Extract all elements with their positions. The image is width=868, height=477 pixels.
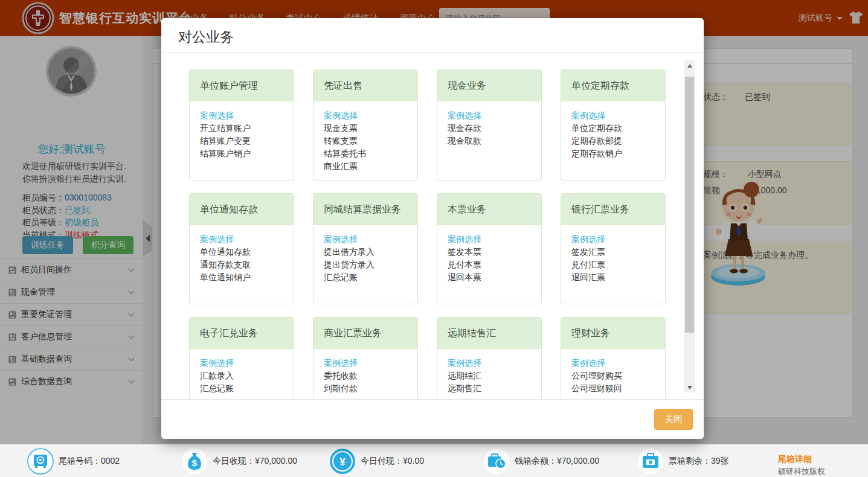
business-item-link[interactable]: 退回本票 bbox=[448, 271, 531, 284]
copyright-text: 硕研科技版权 bbox=[778, 466, 825, 477]
business-card-title: 凭证出售 bbox=[313, 70, 417, 101]
business-item-link[interactable]: 远期结汇 bbox=[448, 370, 531, 382]
stat-label: 今日付现：¥0.00 bbox=[361, 456, 424, 467]
business-card-title: 银行汇票业务 bbox=[561, 194, 665, 225]
business-card: 远期结售汇 案例选择 远期结汇远期售汇 bbox=[437, 317, 542, 399]
scroll-up-arrow[interactable] bbox=[685, 61, 694, 70]
business-item-link[interactable]: 委托收款 bbox=[324, 370, 407, 382]
modal-scrollbar[interactable] bbox=[684, 60, 695, 392]
case-select-link[interactable]: 案例选择 bbox=[324, 357, 407, 370]
close-button[interactable]: 关闭 bbox=[654, 409, 693, 430]
case-select-link[interactable]: 案例选择 bbox=[324, 233, 407, 246]
case-select-link[interactable]: 案例选择 bbox=[324, 109, 407, 122]
cash-box-stat: 钱箱余额：¥70,000.00 bbox=[483, 444, 599, 477]
business-item-link[interactable]: 单位通知销户 bbox=[200, 271, 283, 284]
modal-body: 单位账户管理 案例选择 开立结算账户结算账户变更结算账户销户 凭证出售 案例选择 bbox=[161, 53, 704, 399]
case-select-link[interactable]: 案例选择 bbox=[200, 109, 283, 122]
business-item-link[interactable]: 签发本票 bbox=[448, 246, 531, 258]
business-card-title: 现金业务 bbox=[437, 70, 541, 101]
business-card-title: 理财业务 bbox=[561, 318, 665, 349]
business-item-link[interactable]: 现金取款 bbox=[448, 135, 531, 147]
corporate-business-modal: 对公业务 单位账户管理 案例选择 开立结算账户结算账户变更结算账户销户 凭证出售 bbox=[161, 18, 704, 439]
business-item-link[interactable]: 提出借方录入 bbox=[324, 246, 407, 258]
business-item-link[interactable]: 公司理财购买 bbox=[571, 370, 655, 382]
stat-label: 钱箱余额：¥70,000.00 bbox=[515, 456, 599, 467]
business-card-title: 单位定期存款 bbox=[561, 70, 665, 101]
business-item-link[interactable]: 单位定期存款 bbox=[571, 122, 655, 135]
business-card-title: 电子汇兑业务 bbox=[190, 318, 294, 349]
business-item-link[interactable]: 商业汇票 bbox=[324, 160, 407, 173]
case-select-link[interactable]: 案例选择 bbox=[448, 357, 531, 370]
business-item-link[interactable]: 转账支票 bbox=[324, 135, 407, 147]
modal-footer: 关闭 bbox=[161, 399, 704, 438]
business-card: 商业汇票业务 案例选择 委托收款到期付款 bbox=[313, 317, 418, 399]
scrollbar-thumb[interactable] bbox=[685, 77, 694, 333]
business-item-link[interactable]: 提出贷方录入 bbox=[324, 258, 407, 271]
business-card-grid: 单位账户管理 案例选择 开立结算账户结算账户变更结算账户销户 凭证出售 案例选择 bbox=[189, 69, 666, 399]
business-item-link[interactable]: 公司理财赎回 bbox=[571, 382, 655, 395]
business-item-link[interactable]: 汇总记账 bbox=[324, 271, 407, 284]
tail-box-stat: 尾箱号码：0002 bbox=[27, 444, 120, 477]
business-card-title: 单位通知存款 bbox=[190, 194, 294, 225]
business-item-link[interactable]: 定期存款部提 bbox=[571, 135, 655, 147]
cash-in-stat: $ 今日收现：¥70,000.00 bbox=[181, 444, 297, 477]
business-card-title: 本票业务 bbox=[437, 194, 541, 225]
business-item-link[interactable]: 到期付款 bbox=[324, 382, 407, 395]
business-card: 单位定期存款 案例选择 单位定期存款定期存款部提定期存款销户 bbox=[561, 69, 666, 181]
scroll-down-arrow[interactable] bbox=[685, 383, 694, 392]
ticket-box-stat: 票箱剩余：39张 bbox=[637, 444, 729, 477]
business-card: 本票业务 案例选择 签发本票兑付本票退回本票 bbox=[437, 193, 542, 304]
ticketbox-icon bbox=[637, 448, 664, 475]
moneybag-icon: $ bbox=[181, 448, 208, 475]
svg-text:$: $ bbox=[192, 458, 198, 468]
business-card: 电子汇兑业务 案例选择 汇款录入汇总记账 bbox=[189, 317, 294, 399]
business-item-link[interactable]: 结算委托书 bbox=[324, 147, 407, 160]
business-item-link[interactable]: 通知存款支取 bbox=[200, 258, 283, 271]
cash-out-stat: ¥ 今日付现：¥0.00 bbox=[329, 444, 424, 477]
case-select-link[interactable]: 案例选择 bbox=[448, 233, 531, 246]
stat-label: 尾箱号码：0002 bbox=[59, 456, 120, 467]
business-card: 单位通知存款 案例选择 单位通知存款通知存款支取单位通知销户 bbox=[189, 193, 294, 304]
case-select-link[interactable]: 案例选择 bbox=[200, 357, 283, 370]
case-select-link[interactable]: 案例选择 bbox=[571, 233, 655, 246]
business-card-title: 同城结算票据业务 bbox=[313, 194, 417, 225]
business-item-link[interactable]: 签发汇票 bbox=[571, 246, 655, 258]
stat-label: 票箱剩余：39张 bbox=[669, 456, 729, 467]
business-card: 凭证出售 案例选择 现金支票转账支票结算委托书商业汇票 bbox=[313, 69, 418, 181]
business-item-link[interactable]: 兑付汇票 bbox=[571, 258, 655, 271]
business-card: 现金业务 案例选择 现金存款现金取款 bbox=[437, 69, 542, 181]
business-item-link[interactable]: 退回汇票 bbox=[571, 271, 655, 284]
business-card: 理财业务 案例选择 公司理财购买公司理财赎回 bbox=[561, 317, 666, 399]
business-item-link[interactable]: 定期存款销户 bbox=[571, 147, 655, 160]
business-item-link[interactable]: 现金存款 bbox=[448, 122, 531, 135]
business-item-link[interactable]: 现金支票 bbox=[324, 122, 407, 135]
stat-label: 今日收现：¥70,000.00 bbox=[213, 456, 297, 467]
business-item-link[interactable]: 开立结算账户 bbox=[200, 122, 283, 135]
business-card: 单位账户管理 案例选择 开立结算账户结算账户变更结算账户销户 bbox=[189, 69, 294, 181]
case-select-link[interactable]: 案例选择 bbox=[448, 109, 531, 122]
business-card-title: 远期结售汇 bbox=[437, 318, 541, 349]
svg-text:¥: ¥ bbox=[339, 456, 346, 468]
business-item-link[interactable]: 结算账户销户 bbox=[200, 147, 283, 160]
yuan-icon: ¥ bbox=[329, 448, 356, 475]
tail-box-detail-link[interactable]: 尾箱详细 bbox=[778, 454, 812, 465]
bottom-status-bar: 尾箱号码：0002 $ 今日收现：¥70,000.00 ¥ 今日付现：¥0.00 bbox=[0, 444, 868, 477]
cashbox-icon bbox=[483, 448, 510, 475]
business-item-link[interactable]: 汇总记账 bbox=[200, 382, 283, 395]
business-item-link[interactable]: 兑付本票 bbox=[448, 258, 531, 271]
business-item-link[interactable]: 结算账户变更 bbox=[200, 135, 283, 147]
case-select-link[interactable]: 案例选择 bbox=[571, 109, 655, 122]
business-item-link[interactable]: 汇款录入 bbox=[200, 370, 283, 382]
modal-header: 对公业务 bbox=[161, 18, 704, 53]
safe-icon bbox=[27, 448, 54, 475]
business-item-link[interactable]: 单位通知存款 bbox=[200, 246, 283, 258]
modal-title: 对公业务 bbox=[178, 28, 687, 46]
business-card: 银行汇票业务 案例选择 签发汇票兑付汇票退回汇票 bbox=[561, 193, 666, 304]
page: 智慧银行互动实训平台 个人业务对公业务考试中心成绩统计资源中心 测试账号 您好:… bbox=[0, 0, 868, 477]
business-card-title: 单位账户管理 bbox=[190, 70, 294, 101]
business-card-title: 商业汇票业务 bbox=[313, 318, 417, 349]
case-select-link[interactable]: 案例选择 bbox=[571, 357, 655, 370]
case-select-link[interactable]: 案例选择 bbox=[200, 233, 283, 246]
business-item-link[interactable]: 远期售汇 bbox=[448, 382, 531, 395]
business-card: 同城结算票据业务 案例选择 提出借方录入提出贷方录入汇总记账 bbox=[313, 193, 418, 304]
